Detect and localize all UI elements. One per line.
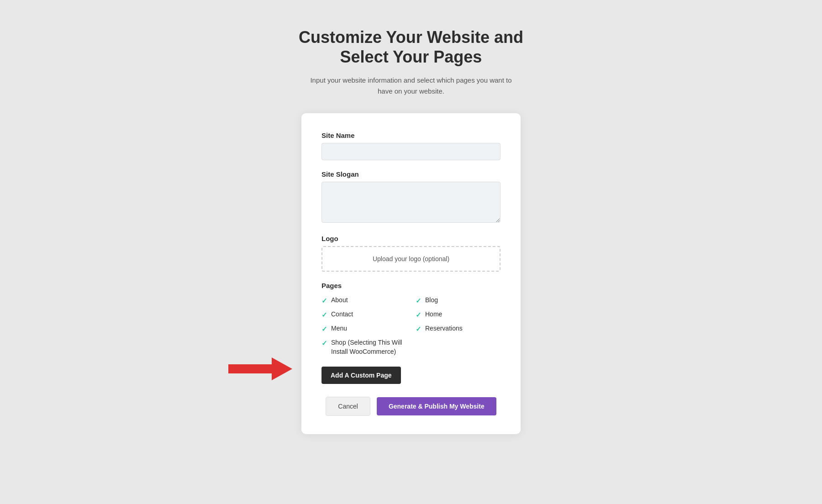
generate-publish-button[interactable]: Generate & Publish My Website (377, 397, 496, 415)
check-icon-about: ✓ (321, 296, 327, 305)
site-slogan-input[interactable] (321, 182, 501, 223)
site-slogan-label: Site Slogan (321, 170, 501, 178)
page-label-blog: Blog (425, 296, 438, 305)
check-icon-menu: ✓ (321, 324, 327, 334)
check-icon-blog: ✓ (416, 296, 422, 305)
logo-label: Logo (321, 235, 501, 242)
add-custom-page-button[interactable]: Add A Custom Page (321, 367, 401, 384)
page-item-about[interactable]: ✓ About (321, 296, 406, 305)
svg-marker-0 (228, 357, 292, 380)
page-item-contact[interactable]: ✓ Contact (321, 310, 406, 320)
page-label-reservations: Reservations (425, 324, 463, 333)
page-item-shop[interactable]: ✓ Shop (Selecting This Will Install WooC… (321, 338, 406, 356)
page-item-blog[interactable]: ✓ Blog (416, 296, 501, 305)
check-icon-shop: ✓ (321, 338, 327, 348)
check-icon-reservations: ✓ (416, 324, 422, 334)
page-label-menu: Menu (331, 324, 347, 333)
arrow-indicator (228, 355, 292, 383)
check-icon-home: ✓ (416, 310, 422, 320)
site-name-label: Site Name (321, 131, 501, 139)
site-slogan-field: Site Slogan (321, 170, 501, 225)
page-item-reservations[interactable]: ✓ Reservations (416, 324, 501, 334)
logo-field: Logo Upload your logo (optional) (321, 235, 501, 272)
form-card: Site Name Site Slogan Logo Upload your l… (301, 113, 521, 434)
page-label-contact: Contact (331, 310, 353, 319)
page-label-shop: Shop (Selecting This Will Install WooCom… (331, 338, 406, 356)
page-label-home: Home (425, 310, 442, 319)
page-item-menu[interactable]: ✓ Menu (321, 324, 406, 334)
page-label-about: About (331, 296, 348, 305)
site-name-field: Site Name (321, 131, 501, 160)
pages-grid: ✓ About ✓ Blog ✓ Contact ✓ Home ✓ Menu (321, 296, 501, 356)
logo-upload-area[interactable]: Upload your logo (optional) (321, 246, 501, 272)
page-title: Customize Your Website and Select Your P… (299, 27, 523, 67)
pages-label: Pages (321, 282, 501, 289)
check-icon-contact: ✓ (321, 310, 327, 320)
site-name-input[interactable] (321, 143, 501, 160)
page-item-home[interactable]: ✓ Home (416, 310, 501, 320)
cancel-button[interactable]: Cancel (326, 397, 370, 416)
pages-section: Pages ✓ About ✓ Blog ✓ Contact ✓ Home (321, 282, 501, 356)
page-subtitle: Input your website information and selec… (306, 75, 516, 97)
form-actions: Cancel Generate & Publish My Website (321, 397, 501, 416)
